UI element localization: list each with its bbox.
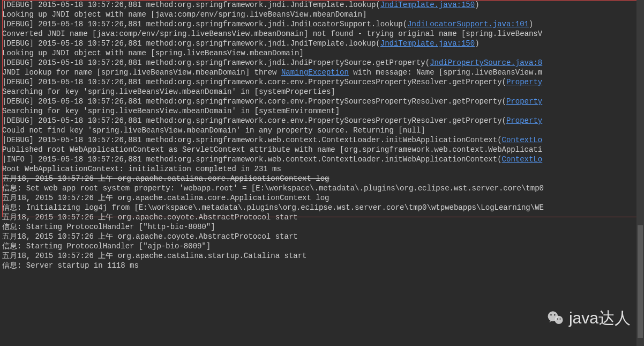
log-line: 五月18, 2015 10:57:26 上午 org.apache.coyote… (2, 232, 644, 241)
log-text: Converted JNDI name [java:comp/env/sprin… (2, 30, 542, 38)
source-link[interactable]: Property (506, 97, 542, 106)
log-line: 五月18, 2015 10:57:26 上午 org.apache.catali… (2, 251, 644, 261)
log-text: ] 2015-05-18 10:57:26,881 method:org.spr… (29, 20, 407, 28)
log-line: |DEBUG] 2015-05-18 10:57:26,881 method:o… (2, 19, 644, 29)
log-line: |DEBUG] 2015-05-18 10:57:26,881 method:o… (2, 58, 644, 68)
source-link[interactable]: JndiLocatorSupport.java:101 (407, 20, 529, 28)
console-output[interactable]: |DEBUG] 2015-05-18 10:57:26,881 method:o… (0, 0, 644, 270)
log-line: Looking up JNDI object with name [java:c… (2, 10, 644, 19)
log-line: |DEBUG] 2015-05-18 10:57:26,881 method:o… (2, 77, 644, 87)
log-line: Converted JNDI name [java:comp/env/sprin… (2, 29, 644, 39)
scrollbar-thumb[interactable] (638, 225, 643, 338)
log-text: DEBUG (6, 136, 29, 144)
source-link[interactable]: Property (506, 78, 542, 86)
wechat-icon (546, 309, 565, 327)
log-line: |DEBUG] 2015-05-18 10:57:26,881 method:o… (2, 97, 644, 106)
log-line: 信息: Starting ProtocolHandler ["ajp-bio-8… (2, 241, 644, 251)
watermark-text: java达人 (569, 313, 631, 323)
svg-point-3 (554, 314, 556, 316)
log-text: ) (529, 20, 533, 28)
log-text: DEBUG (6, 78, 29, 86)
log-text: DEBUG (6, 1, 29, 9)
svg-point-2 (550, 314, 552, 316)
log-text: INFO (6, 155, 29, 164)
source-link[interactable]: ContextLo (502, 136, 543, 144)
source-link[interactable]: Property (506, 116, 542, 125)
log-text: with message: Name [spring.liveBeansView… (349, 68, 542, 77)
log-text: ] 2015-05-18 10:57:26,881 method:org.spr… (29, 78, 506, 86)
log-line: 信息: Server startup in 1118 ms (2, 261, 644, 270)
svg-point-4 (557, 319, 558, 320)
log-line: Searching for key 'spring.liveBeansView.… (2, 106, 644, 116)
source-link[interactable]: JndiTemplate.java:150 (380, 39, 475, 48)
log-text: Looking up JNDI object with name [java:c… (2, 10, 367, 19)
log-text: ) (475, 39, 479, 48)
log-text: 五月18, 2015 10:57:26 上午 org.apache.coyote… (2, 213, 298, 222)
source-link[interactable]: JndiTemplate.java:150 (380, 1, 475, 9)
log-text: DEBUG (6, 39, 29, 48)
log-text: Looking up JNDI object with name [spring… (2, 49, 304, 57)
log-text: DEBUG (6, 20, 29, 28)
log-text: ) (475, 1, 479, 9)
log-text: ] 2015-05-18 10:57:26,881 method:org.spr… (29, 39, 380, 48)
log-text: DEBUG (6, 97, 29, 106)
log-text: 信息: Server startup in 1118 ms (2, 261, 139, 270)
source-link[interactable]: ContextLo (502, 155, 543, 164)
svg-point-1 (555, 316, 563, 324)
log-line: 信息: Starting ProtocolHandler ["http-bio-… (2, 222, 644, 232)
vertical-scrollbar[interactable] (636, 0, 644, 346)
log-text: Searching for key 'spring.liveBeansView.… (2, 87, 335, 96)
log-line: |INFO ] 2015-05-18 10:57:26,881 method:o… (2, 154, 644, 164)
log-line: 信息: Set web app root system property: 'w… (2, 183, 644, 193)
log-line: |DEBUG] 2015-05-18 10:57:26,881 method:o… (2, 39, 644, 48)
log-line: |DEBUG] 2015-05-18 10:57:26,881 method:o… (2, 116, 644, 126)
log-line: Root WebApplicationContext: initializati… (2, 164, 644, 174)
log-text: 五月18, 2015 10:57:26 上午 org.apache.catali… (2, 252, 306, 260)
log-line: Looking up JNDI object with name [spring… (2, 48, 644, 58)
log-text: ] 2015-05-18 10:57:26,881 method:org.spr… (29, 1, 380, 9)
source-link[interactable]: JndiPropertySource.java:8 (430, 58, 542, 67)
watermark: java达人 (546, 309, 631, 327)
svg-point-5 (559, 319, 560, 320)
log-text: Could not find key 'spring.liveBeansView… (2, 126, 425, 135)
log-line: Published root WebApplicationContext as … (2, 145, 644, 154)
log-line: 五月18, 2015 10:57:26 上午 org.apache.catali… (2, 174, 644, 183)
log-text: 五月18, 2015 10:57:26 上午 org.apache.catali… (2, 194, 330, 202)
log-text: 信息: Initializing log4j from [E:\workspac… (2, 203, 544, 212)
log-text: DEBUG (6, 58, 29, 67)
log-line: Searching for key 'spring.liveBeansView.… (2, 87, 644, 97)
log-text: 信息: Starting ProtocolHandler ["ajp-bio-8… (2, 242, 211, 251)
log-text: 五月18, 2015 10:57:26 上午 org.apache.coyote… (2, 232, 298, 241)
log-text: ] 2015-05-18 10:57:26,881 method:org.spr… (29, 97, 506, 106)
log-line: Could not find key 'spring.liveBeansView… (2, 126, 644, 135)
log-line: |DEBUG] 2015-05-18 10:57:26,881 method:o… (2, 0, 644, 10)
log-text: ] 2015-05-18 10:57:26,881 method:org.spr… (29, 155, 501, 164)
log-line: 五月18, 2015 10:57:26 上午 org.apache.coyote… (2, 212, 644, 222)
log-text: ] 2015-05-18 10:57:26,881 method:org.spr… (29, 116, 506, 125)
log-text: 信息: Starting ProtocolHandler ["http-bio-… (2, 223, 215, 231)
log-text: Searching for key 'spring.liveBeansView.… (2, 107, 340, 115)
log-text: JNDI lookup for name [spring.liveBeansVi… (2, 68, 281, 77)
log-text: Root WebApplicationContext: initializati… (2, 165, 281, 173)
log-line: |DEBUG] 2015-05-18 10:57:26,881 method:o… (2, 135, 644, 145)
log-text: Published root WebApplicationContext as … (2, 145, 542, 154)
log-line: JNDI lookup for name [spring.liveBeansVi… (2, 68, 644, 77)
log-text: ] 2015-05-18 10:57:26,881 method:org.spr… (29, 136, 501, 144)
log-line: 五月18, 2015 10:57:26 上午 org.apache.catali… (2, 193, 644, 203)
log-text: DEBUG (6, 116, 29, 125)
log-text: 五月18, 2015 10:57:26 上午 org.apache.catali… (2, 174, 330, 183)
log-text: 信息: Set web app root system property: 'w… (2, 184, 544, 193)
log-text: ] 2015-05-18 10:57:26,881 method:org.spr… (29, 58, 430, 67)
log-line: 信息: Initializing log4j from [E:\workspac… (2, 203, 644, 212)
source-link[interactable]: NamingException (281, 68, 349, 77)
